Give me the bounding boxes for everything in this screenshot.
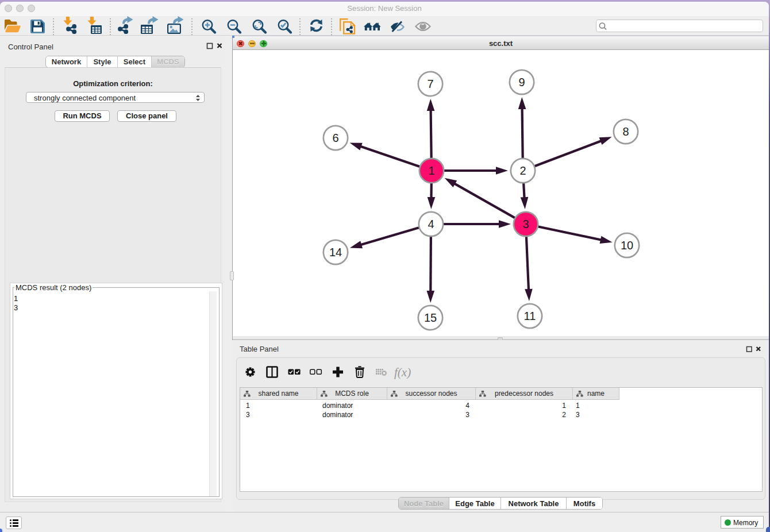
svg-text:14: 14 (329, 246, 342, 259)
svg-text:15: 15 (424, 311, 437, 324)
svg-text:8: 8 (622, 125, 629, 138)
svg-text:f(x): f(x) (394, 365, 411, 379)
svg-text:10: 10 (621, 239, 633, 252)
svg-text:1: 1 (428, 164, 434, 177)
svg-text:6: 6 (332, 132, 338, 144)
svg-text:11: 11 (524, 310, 536, 322)
svg-text:3: 3 (522, 218, 529, 230)
svg-text:2: 2 (519, 164, 526, 177)
svg-text:9: 9 (518, 76, 525, 88)
svg-text:7: 7 (427, 78, 433, 90)
svg-text:4: 4 (428, 218, 434, 230)
